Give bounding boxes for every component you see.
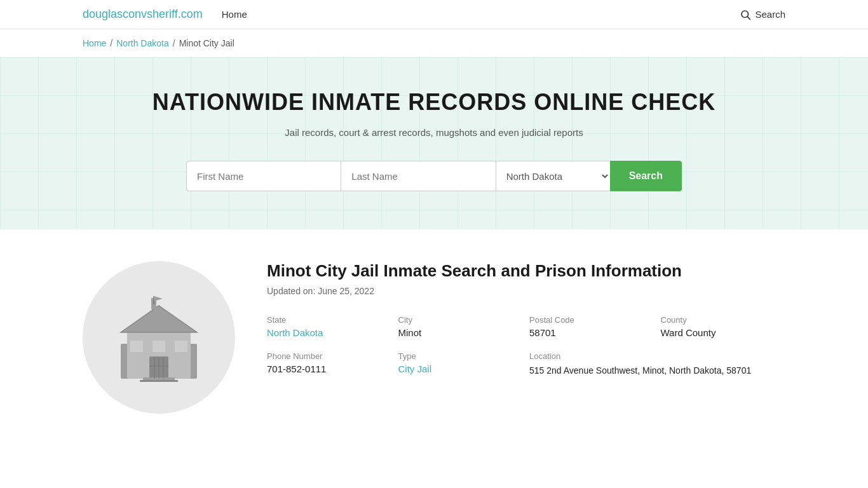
nav-home-link[interactable]: Home [222, 9, 247, 20]
breadcrumb-home[interactable]: Home [83, 38, 106, 48]
city-field: City Minot [398, 315, 524, 339]
search-icon [740, 9, 751, 20]
svg-marker-4 [121, 306, 197, 332]
location-value: 515 2nd Avenue Southwest, Minot, North D… [529, 363, 785, 377]
postal-label: Postal Code [529, 315, 654, 325]
breadcrumb: Home / North Dakota / Minot City Jail [0, 29, 868, 57]
svg-rect-8 [153, 341, 165, 352]
jail-details-grid: State North Dakota City Minot Postal Cod… [267, 315, 785, 377]
hero-title: NATIONWIDE INMATE RECORDS ONLINE CHECK [83, 89, 785, 116]
svg-rect-9 [175, 341, 187, 352]
svg-line-1 [748, 17, 750, 19]
site-logo[interactable]: douglasconvsheriff.com [83, 8, 203, 21]
jail-info-section: Minot City Jail Inmate Search and Prison… [267, 261, 785, 377]
breadcrumb-current: Minot City Jail [179, 38, 234, 48]
city-label: City [398, 315, 524, 325]
svg-rect-7 [130, 341, 143, 352]
state-label: State [267, 315, 392, 325]
phone-value: 701-852-0111 [267, 363, 392, 374]
svg-rect-14 [140, 380, 178, 382]
site-header: douglasconvsheriff.com Home Search [0, 0, 868, 29]
inmate-search-form: AlabamaAlaskaArizonaArkansasCaliforniaCo… [186, 161, 682, 191]
hero-subtitle: Jail records, court & arrest records, mu… [83, 127, 785, 138]
breadcrumb-sep-2: / [173, 38, 175, 48]
postal-value: 58701 [529, 327, 654, 338]
first-name-input[interactable] [186, 161, 341, 191]
county-label: County [661, 315, 786, 325]
last-name-input[interactable] [341, 161, 496, 191]
jail-title: Minot City Jail Inmate Search and Prison… [267, 261, 785, 281]
svg-marker-12 [154, 296, 163, 301]
type-field: Type City Jail [398, 351, 524, 377]
location-label: Location [529, 351, 785, 361]
phone-field: Phone Number 701-852-0111 [267, 351, 392, 377]
header-search-label: Search [755, 9, 785, 20]
breadcrumb-sep-1: / [110, 38, 112, 48]
type-value[interactable]: City Jail [398, 363, 432, 374]
header-left: douglasconvsheriff.com Home [83, 8, 247, 21]
jail-content: Minot City Jail Inmate Search and Prison… [0, 229, 868, 445]
county-value: Ward County [661, 327, 786, 338]
phone-label: Phone Number [267, 351, 392, 361]
header-search-button[interactable]: Search [740, 9, 785, 20]
county-field: County Ward County [661, 315, 786, 339]
hero-section: NATIONWIDE INMATE RECORDS ONLINE CHECK J… [0, 57, 868, 229]
jail-image [83, 261, 235, 414]
state-value[interactable]: North Dakota [267, 327, 323, 338]
type-label: Type [398, 351, 524, 361]
jail-updated: Updated on: June 25, 2022 [267, 286, 785, 296]
breadcrumb-state[interactable]: North Dakota [116, 38, 168, 48]
state-select[interactable]: AlabamaAlaskaArizonaArkansasCaliforniaCo… [496, 161, 611, 191]
search-button[interactable]: Search [610, 161, 682, 191]
city-value: Minot [398, 327, 524, 338]
jail-illustration [108, 293, 210, 382]
postal-field: Postal Code 58701 [529, 315, 654, 339]
location-field: Location 515 2nd Avenue Southwest, Minot… [529, 351, 785, 377]
state-field: State North Dakota [267, 315, 392, 339]
